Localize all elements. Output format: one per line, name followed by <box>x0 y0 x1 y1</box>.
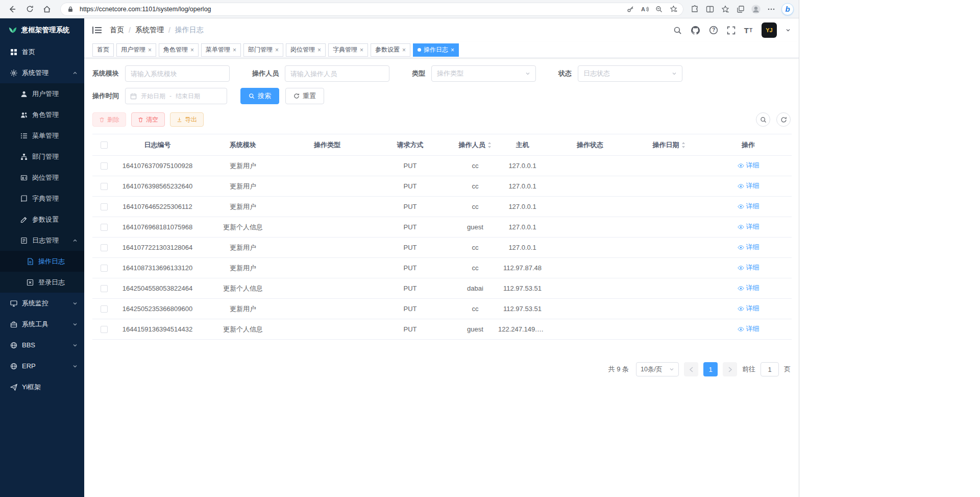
toggle-search-icon[interactable] <box>756 112 770 127</box>
row-checkbox[interactable] <box>101 224 108 231</box>
sidebar-item-system-tools[interactable]: 系统工具 <box>0 314 84 335</box>
sidebar-item-operation-log[interactable]: 操作日志 <box>0 251 84 272</box>
sidebar-item-system[interactable]: 系统管理 <box>0 62 84 83</box>
breadcrumb-home[interactable]: 首页 <box>110 26 124 35</box>
detail-link[interactable]: 详细 <box>738 263 760 272</box>
eye-icon <box>738 305 744 312</box>
tab-user-mgmt[interactable]: 用户管理× <box>116 43 156 57</box>
edit-icon <box>20 216 28 223</box>
sidebar-item-role-mgmt[interactable]: 角色管理 <box>0 104 84 125</box>
tab-post-mgmt[interactable]: 岗位管理× <box>286 43 326 57</box>
password-key-icon[interactable] <box>625 4 635 14</box>
tab-param-settings[interactable]: 参数设置× <box>371 43 410 57</box>
detail-link[interactable]: 详细 <box>738 283 760 293</box>
export-button[interactable]: 导出 <box>170 112 204 127</box>
date-range-picker[interactable]: 开始日期 - 结束日期 <box>125 88 227 104</box>
tab-dept-mgmt[interactable]: 部门管理× <box>243 43 283 57</box>
sidebar-item-dict-mgmt[interactable]: 字典管理 <box>0 188 84 209</box>
sidebar-item-post-mgmt[interactable]: 岗位管理 <box>0 167 84 188</box>
reset-button[interactable]: 重置 <box>285 88 324 104</box>
module-input[interactable] <box>125 65 230 82</box>
collections-icon[interactable] <box>736 4 746 14</box>
tab-dict-mgmt[interactable]: 字典管理× <box>328 43 368 57</box>
sidebar-item-log-mgmt[interactable]: 日志管理 <box>0 230 84 251</box>
clear-button[interactable]: 清空 <box>131 112 165 127</box>
row-checkbox[interactable] <box>101 285 108 292</box>
sidebar-item-login-log[interactable]: 登录日志 <box>0 272 84 293</box>
goto-page-input[interactable] <box>761 362 779 376</box>
row-checkbox[interactable] <box>101 162 108 170</box>
extensions-icon[interactable] <box>690 4 700 14</box>
status-select[interactable]: 日志状态 <box>578 65 682 82</box>
col-date-sort[interactable]: 操作日期 <box>653 140 686 150</box>
tab-menu-mgmt[interactable]: 菜单管理× <box>201 43 241 57</box>
sidebar-item-user-mgmt[interactable]: 用户管理 <box>0 83 84 104</box>
sidebar-item-home[interactable]: 首页 <box>0 41 84 62</box>
home-button[interactable] <box>40 2 54 16</box>
address-bar[interactable]: https://ccnetcore.com:1101/system/log/op… <box>60 3 683 16</box>
detail-link[interactable]: 详细 <box>738 304 760 313</box>
select-all-checkbox[interactable] <box>101 141 108 149</box>
row-checkbox[interactable] <box>101 305 108 313</box>
row-checkbox[interactable] <box>101 183 108 190</box>
github-icon[interactable] <box>691 26 700 35</box>
detail-link[interactable]: 详细 <box>738 202 760 211</box>
type-select[interactable]: 操作类型 <box>431 65 536 82</box>
read-aloud-icon[interactable]: A <box>640 4 650 14</box>
breadcrumb-system[interactable]: 系统管理 <box>135 26 164 35</box>
sidebar-toggle-icon[interactable] <box>92 26 102 34</box>
tab-home[interactable]: 首页 <box>92 43 114 57</box>
sidebar-item-dept-mgmt[interactable]: 部门管理 <box>0 146 84 167</box>
detail-link[interactable]: 详细 <box>738 181 760 191</box>
url-text[interactable]: https://ccnetcore.com:1101/system/log/op… <box>80 6 621 13</box>
copilot-bing-icon[interactable]: b <box>781 3 794 15</box>
col-operator-sort[interactable]: 操作人员 <box>459 140 492 150</box>
sidebar-item-bbs[interactable]: BBS <box>0 335 84 356</box>
favorites-bar-icon[interactable] <box>720 4 730 14</box>
operator-input[interactable] <box>285 65 389 82</box>
refresh-page-button[interactable] <box>22 2 37 16</box>
back-button[interactable] <box>5 2 19 16</box>
detail-link[interactable]: 详细 <box>738 243 760 252</box>
close-icon[interactable]: × <box>233 47 236 53</box>
fullscreen-icon[interactable] <box>727 26 736 35</box>
close-icon[interactable]: × <box>148 47 152 53</box>
row-checkbox[interactable] <box>101 265 108 272</box>
close-icon[interactable]: × <box>451 47 454 53</box>
help-icon[interactable]: ? <box>709 26 718 35</box>
favorite-star-icon[interactable] <box>668 4 678 14</box>
row-checkbox[interactable] <box>101 326 108 333</box>
close-icon[interactable]: × <box>360 47 363 53</box>
sidebar-item-system-monitor[interactable]: 系统监控 <box>0 293 84 314</box>
sidebar-item-menu-mgmt[interactable]: 菜单管理 <box>0 125 84 146</box>
sidebar-item-yi-framework[interactable]: Yi框架 <box>0 376 84 397</box>
tab-role-mgmt[interactable]: 角色管理× <box>159 43 199 57</box>
caret-down-icon[interactable] <box>786 28 791 33</box>
next-page-button[interactable] <box>723 362 737 376</box>
user-avatar[interactable]: YJ <box>762 22 777 38</box>
page-number-1[interactable]: 1 <box>703 362 718 376</box>
tab-operation-log[interactable]: 操作日志× <box>413 43 459 57</box>
more-menu-icon[interactable] <box>766 4 776 14</box>
zoom-out-icon[interactable] <box>654 4 664 14</box>
detail-link[interactable]: 详细 <box>738 324 760 334</box>
search-icon[interactable] <box>673 26 682 35</box>
close-icon[interactable]: × <box>275 47 279 53</box>
search-button[interactable]: 搜索 <box>240 88 279 104</box>
page-size-select[interactable]: 10条/页 <box>636 362 679 376</box>
detail-link[interactable]: 详细 <box>738 222 760 231</box>
detail-link[interactable]: 详细 <box>738 161 760 170</box>
row-checkbox[interactable] <box>101 203 108 210</box>
close-icon[interactable]: × <box>190 47 194 53</box>
prev-page-button[interactable] <box>684 362 698 376</box>
refresh-table-icon[interactable] <box>776 112 791 127</box>
delete-button[interactable]: 删除 <box>92 112 126 127</box>
row-checkbox[interactable] <box>101 244 108 251</box>
split-screen-icon[interactable] <box>705 4 715 14</box>
close-icon[interactable]: × <box>317 47 321 53</box>
sidebar-item-erp[interactable]: ERP <box>0 356 84 376</box>
profile-avatar[interactable] <box>751 4 761 14</box>
sidebar-item-param-settings[interactable]: 参数设置 <box>0 209 84 230</box>
close-icon[interactable]: × <box>402 47 406 53</box>
font-size-icon[interactable]: TT <box>744 26 753 35</box>
